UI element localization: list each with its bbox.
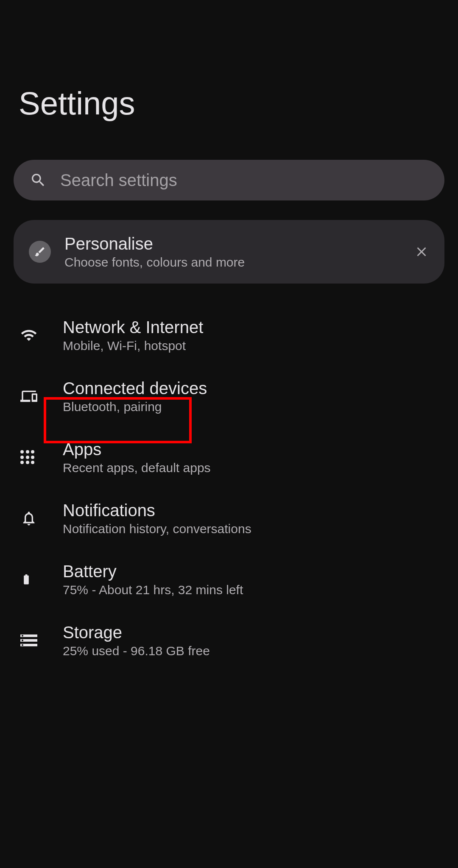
item-text: Battery 75% - About 21 hrs, 32 mins left bbox=[63, 562, 439, 597]
apps-icon bbox=[20, 450, 35, 465]
storage-icon-wrap bbox=[19, 634, 49, 646]
item-title: Connected devices bbox=[63, 379, 439, 398]
item-text: Apps Recent apps, default apps bbox=[63, 440, 439, 475]
item-subtitle: 75% - About 21 hrs, 32 mins left bbox=[63, 583, 439, 597]
item-text: Connected devices Bluetooth, pairing bbox=[63, 379, 439, 414]
item-subtitle: 25% used - 96.18 GB free bbox=[63, 644, 439, 658]
item-subtitle: Bluetooth, pairing bbox=[63, 400, 439, 414]
search-placeholder: Search settings bbox=[60, 171, 177, 190]
item-title: Battery bbox=[63, 562, 439, 581]
settings-item-storage[interactable]: Storage 25% used - 96.18 GB free bbox=[14, 610, 444, 671]
devices-icon-wrap bbox=[19, 388, 49, 405]
item-subtitle: Recent apps, default apps bbox=[63, 461, 439, 475]
devices-icon bbox=[20, 388, 37, 405]
item-title: Network & Internet bbox=[63, 318, 439, 337]
settings-item-notifications[interactable]: Notifications Notification history, conv… bbox=[14, 488, 444, 549]
settings-item-network[interactable]: Network & Internet Mobile, Wi-Fi, hotspo… bbox=[14, 305, 444, 366]
search-bar[interactable]: Search settings bbox=[14, 160, 444, 200]
settings-item-connected-devices[interactable]: Connected devices Bluetooth, pairing bbox=[14, 366, 444, 427]
wifi-icon-wrap bbox=[19, 327, 49, 344]
promo-title: Personalise bbox=[64, 234, 405, 253]
promo-text: Personalise Choose fonts, colours and mo… bbox=[64, 234, 405, 270]
item-text: Network & Internet Mobile, Wi-Fi, hotspo… bbox=[63, 318, 439, 353]
item-title: Storage bbox=[63, 623, 439, 642]
battery-icon bbox=[20, 570, 32, 588]
settings-item-battery[interactable]: Battery 75% - About 21 hrs, 32 mins left bbox=[14, 549, 444, 610]
apps-icon-wrap bbox=[19, 450, 49, 465]
close-icon[interactable] bbox=[414, 244, 429, 259]
item-subtitle: Mobile, Wi-Fi, hotspot bbox=[63, 339, 439, 353]
brush-icon-wrap bbox=[29, 241, 51, 263]
item-subtitle: Notification history, conversations bbox=[63, 522, 439, 536]
bell-icon bbox=[20, 510, 37, 527]
bell-icon-wrap bbox=[19, 510, 49, 527]
promo-subtitle: Choose fonts, colours and more bbox=[64, 255, 405, 270]
brush-icon bbox=[34, 246, 46, 258]
item-text: Storage 25% used - 96.18 GB free bbox=[63, 623, 439, 658]
battery-icon-wrap bbox=[19, 570, 49, 588]
settings-item-apps[interactable]: Apps Recent apps, default apps bbox=[14, 427, 444, 488]
item-title: Notifications bbox=[63, 501, 439, 520]
wifi-icon bbox=[20, 327, 37, 344]
storage-icon bbox=[20, 634, 37, 646]
page-title: Settings bbox=[14, 0, 444, 160]
item-text: Notifications Notification history, conv… bbox=[63, 501, 439, 536]
search-icon bbox=[30, 172, 47, 189]
personalise-card[interactable]: Personalise Choose fonts, colours and mo… bbox=[14, 220, 444, 284]
item-title: Apps bbox=[63, 440, 439, 459]
